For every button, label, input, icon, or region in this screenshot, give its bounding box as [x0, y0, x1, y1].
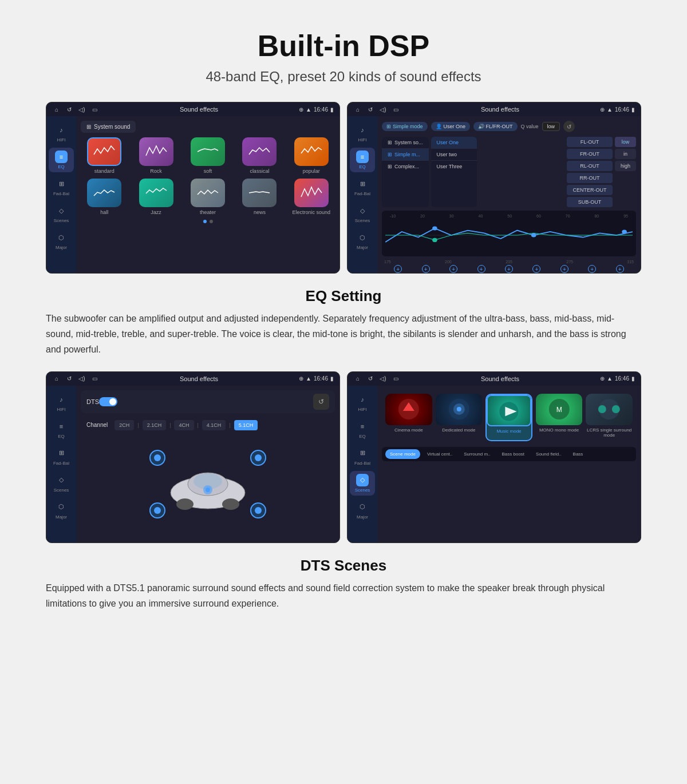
channel-label: Channel: [86, 422, 108, 428]
dts-toggle[interactable]: [99, 397, 117, 406]
dd-user-three[interactable]: User Three: [431, 161, 477, 172]
scene-cinema[interactable]: Cinema mode: [385, 394, 432, 441]
q-btn-high[interactable]: high: [615, 161, 636, 171]
sidebar-item-hifi[interactable]: ♪ HIFI: [49, 121, 74, 145]
effect-classical[interactable]: classical: [236, 137, 283, 174]
plus-btn-8[interactable]: +: [588, 265, 596, 273]
dd-user-two[interactable]: User two: [431, 149, 477, 161]
user-pill[interactable]: 👤 User One: [431, 122, 471, 131]
s2-sidebar-major[interactable]: ⬡ Major: [350, 228, 375, 253]
tab-surround[interactable]: Surround m..: [459, 449, 495, 459]
dd-complex[interactable]: ⊞ Complex...: [382, 161, 429, 172]
effect-theater[interactable]: theater: [184, 179, 231, 215]
effect-hall[interactable]: hall: [81, 179, 128, 215]
s2-sidebar-eq[interactable]: ≡ EQ: [350, 148, 375, 172]
s4-eq-icon: ≡: [356, 420, 369, 433]
dd-system-sound[interactable]: ⊞ System so...: [382, 137, 429, 149]
screen2-sidebar: ♪ HIFI ≡ EQ ⊞ Fad-Bal ◇: [348, 116, 377, 273]
sidebar-item-fadbal[interactable]: ⊞ Fad-Bal: [49, 175, 74, 199]
s3-back-icon[interactable]: ↺: [65, 374, 74, 383]
plus-btn-6[interactable]: +: [532, 265, 540, 273]
effect-popular[interactable]: popular: [288, 137, 335, 174]
sidebar-item-major[interactable]: ⬡ Major: [49, 228, 74, 253]
reset-icon[interactable]: ↺: [563, 121, 575, 132]
rl-out-btn[interactable]: RL-OUT: [567, 161, 613, 171]
dts-reset-btn[interactable]: ↺: [313, 394, 329, 410]
s2-sidebar-scenes[interactable]: ◇ Scenes: [350, 201, 375, 226]
ch-41ch[interactable]: 4.1CH: [202, 420, 226, 430]
s4-volume-icon[interactable]: ◁): [378, 374, 388, 383]
dts-label: DTS: [86, 398, 99, 405]
s2-back-icon[interactable]: ↺: [366, 105, 375, 114]
s3-sidebar-scenes[interactable]: ◇ Scenes: [49, 471, 74, 496]
dts-section-text: Equipped with a DTS5.1 panoramic surroun…: [46, 580, 641, 611]
plus-btn-4[interactable]: +: [477, 265, 485, 273]
effect-rock[interactable]: Rock: [132, 137, 179, 174]
dd-user-one[interactable]: User One: [431, 137, 477, 149]
s3-menu-icon[interactable]: ▭: [90, 374, 99, 383]
tab-virtual-cent[interactable]: Virtual cent..: [423, 449, 457, 459]
ch-2ch[interactable]: 2CH: [114, 420, 134, 430]
s3-volume-icon[interactable]: ◁): [77, 374, 86, 383]
s4-back-icon[interactable]: ↺: [366, 374, 375, 383]
dd-simple-mode[interactable]: ⊞ Simple m...: [382, 149, 429, 161]
plus-btn-1[interactable]: +: [394, 265, 402, 273]
eq-screenshot-row: ⌂ ↺ ◁) ▭ Sound effects ⊕ ▲ 16:46 ▮: [46, 102, 641, 274]
sidebar-item-scenes[interactable]: ◇ Scenes: [49, 201, 74, 226]
s2-sidebar-hifi[interactable]: ♪ HIFI: [350, 121, 375, 145]
system-sound-header[interactable]: ⊞ System sound: [81, 121, 136, 133]
s3-sidebar-eq[interactable]: ≡ EQ: [49, 417, 74, 442]
s4-sidebar-hifi[interactable]: ♪ HIFI: [350, 390, 375, 415]
plus-btn-7[interactable]: +: [560, 265, 568, 273]
back-icon[interactable]: ↺: [65, 105, 74, 114]
s3-sidebar-hifi[interactable]: ♪ HIFI: [49, 390, 74, 415]
s2-volume-icon[interactable]: ◁): [378, 105, 388, 114]
mode-pill[interactable]: ⊞ Simple mode: [382, 122, 428, 131]
plus-btn-2[interactable]: +: [422, 265, 430, 273]
fr-out-btn[interactable]: FR-OUT: [567, 149, 613, 159]
scene-dedicated[interactable]: Dedicated mode: [436, 394, 483, 441]
center-out-btn[interactable]: CENTER-OUT: [567, 185, 613, 195]
plus-btn-9[interactable]: +: [616, 265, 624, 273]
home-icon[interactable]: ⌂: [52, 105, 61, 114]
effect-news[interactable]: news: [236, 179, 283, 215]
effect-standard[interactable]: standard: [81, 137, 128, 174]
output-pill[interactable]: 🔊 FL/FR-OUT: [473, 122, 518, 131]
s2-home-icon[interactable]: ⌂: [353, 105, 362, 114]
s3-sidebar-major[interactable]: ⬡ Major: [49, 498, 74, 522]
tab-sound-field[interactable]: Sound field..: [531, 449, 566, 459]
s4-sidebar-major[interactable]: ⬡ Major: [350, 498, 375, 522]
s4-sidebar-eq[interactable]: ≡ EQ: [350, 417, 375, 442]
tab-scene-mode[interactable]: Scene mode: [385, 449, 420, 459]
rr-out-btn[interactable]: RR-OUT: [567, 173, 613, 183]
s2-sidebar-fadbal[interactable]: ⊞ Fad-Bal: [350, 175, 375, 199]
volume-icon[interactable]: ◁): [77, 105, 86, 114]
s4-home-icon[interactable]: ⌂: [353, 374, 362, 383]
sidebar-item-eq[interactable]: ≡ EQ: [49, 148, 74, 172]
scene-music[interactable]: Music mode: [485, 394, 532, 441]
fl-out-btn[interactable]: FL-OUT: [567, 137, 613, 147]
scene-lcrs[interactable]: LCRS single surround mode: [586, 394, 633, 441]
effect-electronic[interactable]: Electronic sound: [288, 179, 335, 215]
s3-home-icon[interactable]: ⌂: [52, 374, 61, 383]
s4-menu-icon[interactable]: ▭: [391, 374, 400, 383]
ch-21ch[interactable]: 2.1CH: [143, 420, 167, 430]
ch-51ch[interactable]: 5.1CH: [234, 420, 258, 430]
plus-btn-5[interactable]: +: [505, 265, 513, 273]
q-btn-low[interactable]: low: [615, 137, 636, 147]
effect-soft[interactable]: soft: [184, 137, 231, 174]
s3-sidebar-fadbal[interactable]: ⊞ Fad-Bal: [49, 444, 74, 469]
tab-bass[interactable]: Bass: [568, 449, 588, 459]
ch-4ch[interactable]: 4CH: [174, 420, 194, 430]
s4-sidebar-fadbal[interactable]: ⊞ Fad-Bal: [350, 444, 375, 469]
s4-sidebar-scenes[interactable]: ◇ Scenes: [350, 471, 375, 496]
menu-icon[interactable]: ▭: [90, 105, 99, 114]
q-btn-in[interactable]: in: [615, 149, 636, 159]
q-value-pill[interactable]: low: [542, 122, 560, 131]
sub-out-btn[interactable]: SUB-OUT: [567, 197, 613, 207]
scene-mono[interactable]: M MONO mono mode: [536, 394, 583, 441]
effect-jazz[interactable]: Jazz: [132, 179, 179, 215]
plus-btn-3[interactable]: +: [449, 265, 457, 273]
tab-bass-boost[interactable]: Bass boost: [498, 449, 530, 459]
s2-menu-icon[interactable]: ▭: [391, 105, 400, 114]
